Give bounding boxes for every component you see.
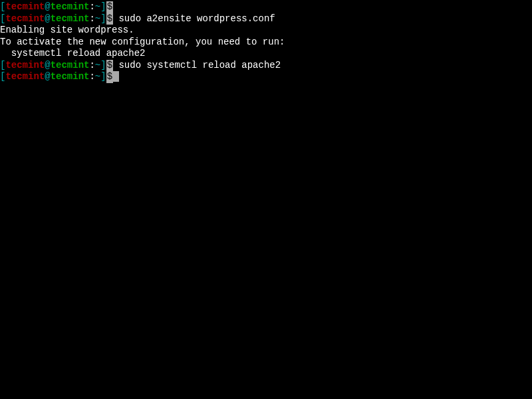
prompt-host: tecmint — [51, 13, 90, 25]
output-line: To activate the new configuration, you n… — [0, 37, 532, 49]
prompt-path: ~ — [95, 1, 100, 13]
bracket-close: ] — [100, 60, 106, 72]
prompt-dollar: $ — [106, 1, 113, 13]
bracket-open: [ — [0, 60, 5, 72]
terminal-line: [tecmint@tecmint:~]$ sudo systemctl relo… — [0, 60, 532, 72]
output-line: systemctl reload apache2 — [0, 48, 532, 60]
bracket-close: ] — [100, 1, 106, 13]
terminal-line: [tecmint@tecmint:~]$ sudo a2ensite wordp… — [0, 13, 532, 25]
cursor-icon — [113, 71, 119, 82]
terminal-line: [tecmint@tecmint:~]$ — [0, 1, 532, 13]
prompt-user: tecmint — [5, 13, 45, 25]
prompt-host: tecmint — [51, 60, 90, 72]
prompt-colon: : — [89, 71, 94, 83]
prompt-path: ~ — [95, 71, 100, 83]
prompt-user: tecmint — [5, 71, 45, 83]
prompt-user: tecmint — [5, 1, 45, 13]
output-line: Enabling site wordpress. — [0, 25, 532, 37]
bracket-close: ] — [100, 71, 106, 83]
terminal-line: [tecmint@tecmint:~]$ — [0, 71, 532, 83]
prompt-at: @ — [45, 71, 50, 83]
command-text: sudo systemctl reload apache2 — [113, 60, 281, 72]
bracket-close: ] — [100, 13, 106, 25]
prompt-dollar: $ — [106, 71, 113, 83]
terminal-window[interactable]: [tecmint@tecmint:~]$[tecmint@tecmint:~]$… — [0, 1, 532, 83]
prompt-dollar: $ — [106, 13, 113, 25]
prompt-user: tecmint — [5, 60, 45, 72]
prompt-path: ~ — [95, 60, 100, 72]
command-text: sudo a2ensite wordpress.conf — [113, 13, 275, 25]
prompt-at: @ — [45, 60, 50, 72]
bracket-open: [ — [0, 71, 5, 83]
prompt-host: tecmint — [51, 71, 90, 83]
bracket-open: [ — [0, 1, 5, 13]
prompt-host: tecmint — [51, 1, 90, 13]
prompt-path: ~ — [95, 13, 100, 25]
bracket-open: [ — [0, 13, 5, 25]
prompt-colon: : — [89, 1, 94, 13]
prompt-at: @ — [45, 1, 50, 13]
prompt-at: @ — [45, 13, 50, 25]
prompt-dollar: $ — [106, 60, 113, 72]
prompt-colon: : — [89, 13, 94, 25]
prompt-colon: : — [89, 60, 94, 72]
